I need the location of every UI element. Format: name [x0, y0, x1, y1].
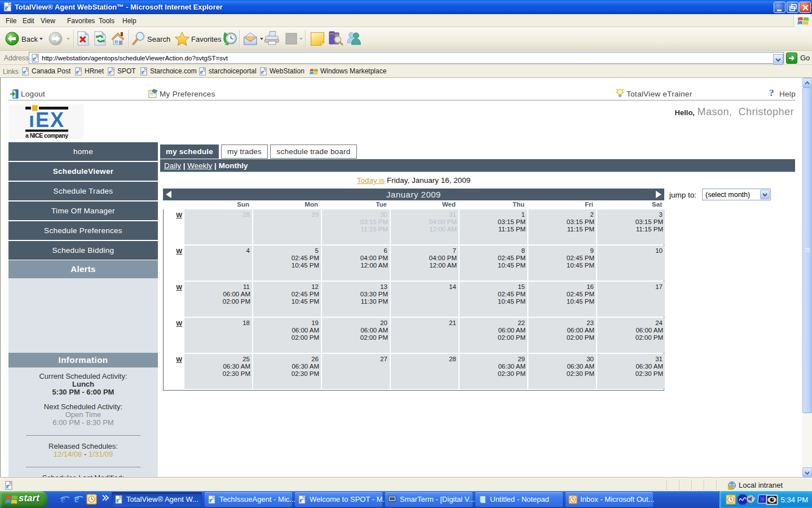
svg-text:a NICE company: a NICE company: [25, 132, 68, 139]
svg-text:ıEX: ıEX: [29, 108, 64, 132]
svg-text:e: e: [74, 493, 80, 505]
svg-text:e: e: [61, 494, 65, 505]
